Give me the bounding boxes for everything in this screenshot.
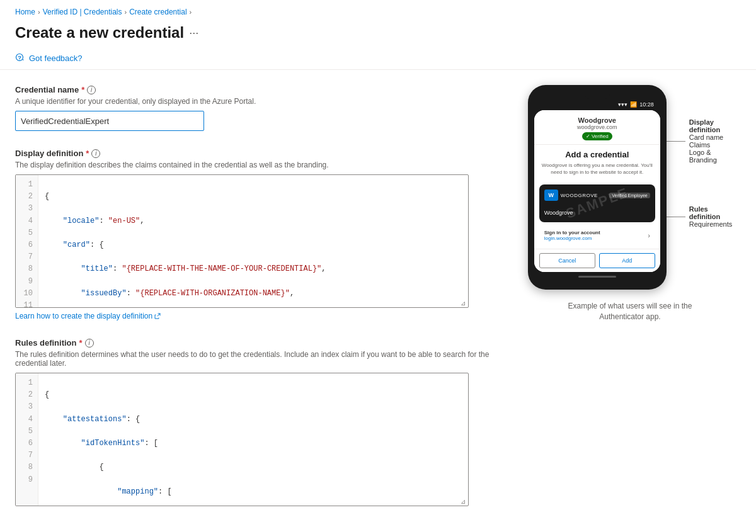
- phone-sign-in-link: login.woodgrove.com: [544, 235, 600, 241]
- rules-definition-editor[interactable]: 12345 6789 { "attestations": { "idTokenH…: [15, 373, 469, 506]
- display-definition-label: Display definition * i: [15, 149, 494, 158]
- phone-verified-badge: ✓Verified: [582, 132, 612, 140]
- rules-def-required: *: [79, 338, 83, 348]
- phone-notch: [585, 94, 610, 99]
- credential-name-info-icon[interactable]: i: [87, 86, 96, 94]
- annotation-line-1: [667, 141, 685, 142]
- rules-def-line-numbers: 12345 6789: [16, 373, 38, 506]
- phone-add-button[interactable]: Add: [599, 253, 655, 268]
- credential-name-input[interactable]: [15, 111, 204, 131]
- phone-outer: ▾▾▾ 📶 10:28 Woodgrove woodgrove.com ✓Ver…: [528, 85, 667, 290]
- preview-with-annotations: ▾▾▾ 📶 10:28 Woodgrove woodgrove.com ✓Ver…: [528, 85, 732, 297]
- annotation-rules-def: Rules definition Requirements: [667, 205, 732, 228]
- breadcrumb-create[interactable]: Create credential: [129, 8, 186, 16]
- phone-cancel-button[interactable]: Cancel: [539, 253, 595, 268]
- phone-sign-in-title: Sign in to your account: [544, 230, 600, 235]
- svg-point-1: [19, 59, 20, 60]
- preview-area: ▾▾▾ 📶 10:28 Woodgrove woodgrove.com ✓Ver…: [494, 85, 741, 524]
- phone-home-bar: [578, 276, 616, 278]
- rules-def-info-icon[interactable]: i: [85, 339, 94, 348]
- more-options-icon[interactable]: ···: [189, 26, 198, 40]
- page-title: Create a new credential: [15, 24, 184, 42]
- rules-def-desc: The rules definition determines what the…: [15, 350, 494, 368]
- rules-def-resize-handle[interactable]: ⊿: [461, 498, 468, 506]
- breadcrumb-sep3: ›: [190, 8, 192, 16]
- breadcrumb-home[interactable]: Home: [15, 8, 35, 16]
- phone-home-indicator: [534, 272, 660, 281]
- phone-screen: Woodgrove woodgrove.com ✓Verified Add a …: [534, 110, 660, 272]
- phone-org-domain: woodgrove.com: [539, 124, 655, 130]
- phone-actions: Cancel Add: [534, 249, 660, 272]
- annotation-display-def: Display definition Card name Claims Logo…: [667, 118, 732, 164]
- feedback-bar[interactable]: Got feedback?: [0, 49, 756, 70]
- rules-definition-section: Rules definition * i The rules definitio…: [15, 338, 494, 506]
- phone-chevron-icon: ›: [648, 232, 650, 239]
- phone-sign-in: Sign in to your account login.woodgrove.…: [539, 226, 655, 245]
- credential-name-section: Credential name * i A unique identifier …: [15, 85, 494, 131]
- external-link-icon: [154, 313, 161, 319]
- rules-def-code[interactable]: { "attestations": { "idTokenHints": [ { …: [38, 373, 468, 506]
- breadcrumb-sep1: ›: [38, 8, 40, 16]
- breadcrumb: Home › Verified ID | Credentials › Creat…: [0, 0, 756, 21]
- page-title-row: Create a new credential ···: [0, 21, 756, 49]
- display-def-code[interactable]: { "locale": "en-US", "card": { "title": …: [38, 175, 468, 307]
- breadcrumb-verified-id[interactable]: Verified ID | Credentials: [43, 8, 122, 16]
- display-def-line-numbers: 12345 67891011: [16, 175, 38, 307]
- display-def-resize-handle[interactable]: ⊿: [461, 300, 468, 307]
- feedback-label: Got feedback?: [29, 54, 83, 63]
- annotation-text-rules: Rules definition Requirements: [689, 205, 732, 228]
- display-def-info-icon[interactable]: i: [91, 149, 100, 158]
- phone-add-credential: Add a credential Woodgrove is offering y…: [534, 145, 660, 181]
- annotation-line-2: [667, 217, 685, 217]
- phone-add-cred-desc: Woodgrove is offering you a new credenti…: [539, 162, 655, 176]
- phone-org-name: Woodgrove: [539, 116, 655, 124]
- credential-name-label: Credential name * i: [15, 85, 494, 94]
- preview-caption: Example of what users will see in the Au…: [561, 301, 699, 322]
- breadcrumb-sep2: ›: [125, 8, 127, 16]
- feedback-icon: [15, 53, 25, 63]
- main-layout: Credential name * i A unique identifier …: [0, 70, 756, 524]
- annotation-lines: Display definition Card name Claims Logo…: [667, 85, 732, 261]
- credential-name-desc: A unique identifier for your credential,…: [15, 97, 494, 106]
- display-def-desc: The display definition describes the cla…: [15, 161, 494, 169]
- credential-name-required: *: [81, 85, 84, 94]
- phone-logo-initial: W: [544, 190, 558, 201]
- display-definition-editor[interactable]: 12345 67891011 { "locale": "en-US", "car…: [15, 174, 469, 308]
- display-definition-section: Display definition * i The display defin…: [15, 149, 494, 320]
- phone-org-header: Woodgrove woodgrove.com ✓Verified: [534, 110, 660, 145]
- phone-credential-card: W WOODGROVE Verified Employee Woodgrove …: [539, 184, 655, 222]
- form-area: Credential name * i A unique identifier …: [15, 85, 494, 524]
- phone-status-bar: ▾▾▾ 📶 10:28: [534, 99, 660, 110]
- display-def-learn-link[interactable]: Learn how to create the display definiti…: [15, 312, 161, 320]
- rules-definition-label: Rules definition * i: [15, 338, 494, 348]
- display-def-required: *: [86, 149, 89, 158]
- annotation-text-display: Display definition Card name Claims Logo…: [689, 118, 723, 164]
- phone-mockup: ▾▾▾ 📶 10:28 Woodgrove woodgrove.com ✓Ver…: [528, 85, 667, 290]
- phone-add-cred-title: Add a credential: [539, 150, 655, 159]
